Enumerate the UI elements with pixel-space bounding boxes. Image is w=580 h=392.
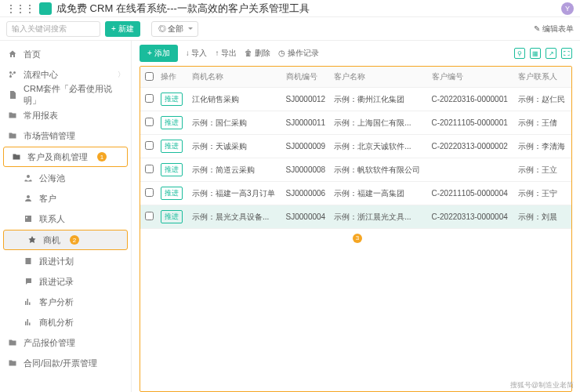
doc-icon <box>8 90 17 100</box>
select-all-checkbox[interactable] <box>145 72 154 81</box>
table-row[interactable]: 推进示例：简道云采购SJ0000008示例：帆软软件有限公司示例：王立 <box>140 158 571 182</box>
add-button[interactable]: + 添加 <box>140 45 178 62</box>
log-button[interactable]: ◷ 操作记录 <box>278 48 319 59</box>
cell-customer: 示例：浙江晨光文具... <box>331 205 428 229</box>
push-button[interactable]: 推进 <box>161 116 183 129</box>
cell-customer-code: C-20211105-0000004 <box>429 182 516 205</box>
plan-icon <box>24 256 33 266</box>
sidebar-item-label: 商机 <box>43 234 60 246</box>
sidebar-item-label: CRM套件「必看使用说明」 <box>24 83 123 107</box>
col-header[interactable]: 商机名称 <box>189 67 283 88</box>
sidebar-item-label: 首页 <box>24 49 41 60</box>
delete-button[interactable]: 🗑 删除 <box>245 48 270 59</box>
push-button[interactable]: 推进 <box>161 210 183 223</box>
sidebar-item-商机分析[interactable]: 商机分析 <box>0 312 131 332</box>
cell-customer: 示例：帆软软件有限公司 <box>331 158 428 182</box>
cell-customer-code <box>429 158 516 182</box>
row-checkbox[interactable] <box>145 118 154 126</box>
col-header[interactable]: 操作 <box>158 67 189 88</box>
cell-contact: 示例：刘晨 <box>515 205 571 229</box>
table-row[interactable]: 推进江化销售采购SJ0000012示例：衢州江化集团C-20220316-000… <box>140 88 571 111</box>
sidebar-item-跟进记录[interactable]: 跟进记录 <box>0 271 131 292</box>
sidebar-item-label: 跟进记录 <box>39 276 74 288</box>
row-checkbox[interactable] <box>145 141 154 150</box>
view-card-icon[interactable]: ▦ <box>530 48 541 59</box>
row-checkbox[interactable] <box>145 188 154 197</box>
push-button[interactable]: 推进 <box>161 187 183 200</box>
sidebar: 首页流程中心〉CRM套件「必看使用说明」常用报表市场营销管理客户及商机管理1公海… <box>0 41 132 392</box>
cell-customer-code: C-20211105-0000001 <box>429 111 516 135</box>
sidebar-item-市场营销管理[interactable]: 市场营销管理 <box>0 125 131 146</box>
rec-icon <box>24 277 33 286</box>
sidebar-item-label: 客户 <box>39 193 56 205</box>
sidebar-item-label: 常用报表 <box>24 110 58 122</box>
sidebar-item-流程中心[interactable]: 流程中心〉 <box>0 64 131 85</box>
col-header[interactable]: 客户名称 <box>331 67 428 88</box>
cell-code: SJ0000008 <box>283 158 332 182</box>
new-button[interactable]: + 新建 <box>105 21 140 37</box>
sidebar-item-商机[interactable]: 商机2 <box>3 230 128 250</box>
push-button[interactable]: 推进 <box>161 93 183 106</box>
sidebar-item-label: 联系人 <box>39 213 65 225</box>
contact-icon <box>24 214 33 223</box>
search-input[interactable]: 输入关键词搜索 <box>6 21 100 37</box>
cell-contact: 示例：王倩 <box>515 111 571 135</box>
table-row[interactable]: 推进示例：天诚采购SJ0000009示例：北京天诚软件...C-20220313… <box>140 135 571 158</box>
import-button[interactable]: ↓ 导入 <box>186 48 208 59</box>
cell-name: 示例：晨光文具设备... <box>189 205 283 229</box>
push-button[interactable]: 推进 <box>161 140 183 153</box>
folder-icon <box>8 338 17 347</box>
col-header[interactable]: 客户联系人 <box>515 67 571 88</box>
flow-icon <box>8 70 17 79</box>
footer-credit: 搜狐号@制造业老简 <box>510 380 574 390</box>
cell-name: 江化销售采购 <box>189 88 283 111</box>
sidebar-item-客户分析[interactable]: 客户分析 <box>0 292 131 312</box>
table-row[interactable]: 推进示例：福建一高3月订单SJ0000006示例：福建一高集团C-2021110… <box>140 182 571 205</box>
cell-customer-code: C-20220313-0000004 <box>429 205 516 229</box>
view-share-icon[interactable]: ↗ <box>546 48 556 59</box>
cell-code: SJ0000012 <box>283 88 332 111</box>
chevron-right-icon: 〉 <box>118 70 125 80</box>
col-header[interactable]: 商机编号 <box>283 67 332 88</box>
cell-customer-code: C-20220316-0000001 <box>429 88 516 111</box>
export-button[interactable]: ↑ 导出 <box>215 48 237 59</box>
sidebar-item-首页[interactable]: 首页 <box>0 44 131 64</box>
sidebar-item-客户[interactable]: 客户 <box>0 188 131 209</box>
row-checkbox[interactable] <box>145 94 154 103</box>
cell-name: 示例：天诚采购 <box>189 135 283 158</box>
row-checkbox[interactable] <box>145 165 154 173</box>
row-checkbox[interactable] <box>145 212 154 220</box>
sidebar-item-label: 公海池 <box>39 172 65 184</box>
sidebar-item-公海池[interactable]: 公海池 <box>0 168 131 188</box>
push-button[interactable]: 推进 <box>161 163 183 176</box>
chart-icon <box>24 297 33 307</box>
sidebar-item-label: 客户分析 <box>39 296 74 308</box>
sidebar-item-客户及商机管理[interactable]: 客户及商机管理1 <box>3 147 128 167</box>
sidebar-item-常用报表[interactable]: 常用报表 <box>0 105 131 125</box>
table-row[interactable]: 推进示例：国仁采购SJ0000011示例：上海国仁有限...C-20211105… <box>140 111 571 135</box>
cell-contact: 示例：赵仁民 <box>515 88 571 111</box>
col-header[interactable]: 客户编号 <box>429 67 516 88</box>
view-filter-icon[interactable]: ⚲ <box>514 48 525 59</box>
sidebar-item-跟进计划[interactable]: 跟进计划 <box>0 251 131 271</box>
sidebar-item-label: 跟进计划 <box>39 256 74 267</box>
annotation-badge: 2 <box>70 235 79 245</box>
avatar[interactable]: Y <box>561 2 574 15</box>
table-row[interactable]: 推进示例：晨光文具设备...SJ0000004示例：浙江晨光文具...C-202… <box>140 205 571 229</box>
cell-name: 示例：福建一高3月订单 <box>189 182 283 205</box>
sidebar-item-label: 市场营销管理 <box>24 130 75 142</box>
folder-icon <box>12 152 21 162</box>
view-expand-icon[interactable]: ⛶ <box>561 48 572 59</box>
filter-all-select[interactable]: ◎ 全部 <box>151 21 199 37</box>
sea-icon <box>24 173 33 183</box>
sidebar-item-产品报价管理[interactable]: 产品报价管理 <box>0 332 131 353</box>
sidebar-item-label: 合同/回款/开票管理 <box>24 358 97 369</box>
sidebar-item-联系人[interactable]: 联系人 <box>0 209 131 229</box>
chart-icon <box>24 318 33 327</box>
cell-customer: 示例：福建一高集团 <box>331 182 428 205</box>
sidebar-item-CRM套件「必看使用说明」[interactable]: CRM套件「必看使用说明」 <box>0 85 131 105</box>
annotation-badge: 1 <box>97 152 107 162</box>
sidebar-item-合同/回款/开票管理[interactable]: 合同/回款/开票管理 <box>0 353 131 373</box>
edit-form-button[interactable]: ✎编辑表单 <box>534 24 574 34</box>
app-menu-icon[interactable]: ⋮⋮⋮ <box>6 3 34 14</box>
